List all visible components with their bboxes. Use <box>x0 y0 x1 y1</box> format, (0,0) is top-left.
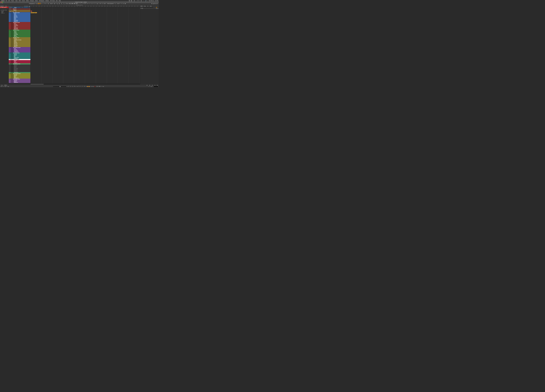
quantize-toggle[interactable]: ⊞ Use Quantize▼ <box>107 3 115 4</box>
solo-button[interactable] <box>12 29 12 29</box>
stop-button[interactable]: ⏹ <box>92 86 93 87</box>
record-enable-button[interactable] <box>13 14 13 15</box>
solo-button[interactable] <box>12 54 12 54</box>
aq-label[interactable]: AQ <box>8 86 9 87</box>
zone-bottom-button[interactable]: ⬓ <box>153 3 154 4</box>
track-row[interactable]: Bass <box>9 76 31 78</box>
record-enable-button[interactable] <box>13 68 13 69</box>
track-row[interactable]: CHOIR FX <box>9 58 31 59</box>
bluetooth-icon[interactable]: ᛒ <box>139 0 140 1</box>
track-row[interactable]: Flutes <box>9 13 31 14</box>
solo-button[interactable] <box>12 75 12 76</box>
mute-button[interactable] <box>11 55 12 55</box>
solo-button[interactable] <box>12 40 12 40</box>
primary-position[interactable]: 5. 1. 1. 0 <box>59 3 67 4</box>
track-row[interactable]: Massive X <box>9 65 31 66</box>
solo-button[interactable] <box>12 70 12 71</box>
record-enable-button[interactable] <box>13 29 13 29</box>
snap-type-button[interactable]: ◫ <box>102 3 103 4</box>
menu-time[interactable]: 7:34 PM <box>155 0 158 1</box>
quantize-settings-button[interactable]: ▦ <box>125 3 126 4</box>
active-button[interactable]: ● <box>38 3 39 4</box>
track-row[interactable]: Saxes <box>9 18 31 19</box>
marker-track[interactable]: Markers Locate Cycle Zoom <box>9 10 31 12</box>
track-settings-button[interactable]: ▦ <box>29 6 30 7</box>
solo-button[interactable] <box>12 71 12 72</box>
record-enable-button[interactable] <box>13 26 13 27</box>
search-icon[interactable]: ⌕ <box>147 0 148 1</box>
track-row[interactable]: PADS FX <box>9 62 31 63</box>
folder-toggle-icon[interactable]: ▸ <box>9 22 10 23</box>
tree-parent[interactable]: ▸ 07 PADS STACK <box>0 10 8 11</box>
folder-toggle-icon[interactable]: ▸ <box>9 59 10 60</box>
record-enable-button[interactable] <box>13 65 13 65</box>
solo-button[interactable] <box>12 38 12 39</box>
arrange-grid[interactable]: 4/4 2: Count In 3: Start <box>31 7 140 84</box>
track-row[interactable]: GUITARS FX <box>9 78 31 79</box>
mute-button[interactable] <box>11 70 12 71</box>
cr-tab[interactable]: CR <box>147 6 149 7</box>
solo-button[interactable] <box>12 62 12 63</box>
solo-button[interactable] <box>12 61 12 62</box>
solo-button[interactable] <box>12 48 12 49</box>
record-enable-button[interactable] <box>13 34 13 35</box>
record-enable-button[interactable] <box>13 78 13 78</box>
wifi-icon[interactable]: ⋮⋮ <box>142 0 144 1</box>
record-enable-button[interactable] <box>13 24 13 25</box>
rack-find-button[interactable] <box>142 7 143 8</box>
record-enable-button[interactable] <box>13 71 13 72</box>
record-enable-button[interactable] <box>13 28 13 28</box>
transport-power-button[interactable]: ⏻ <box>1 86 2 87</box>
inspector-mute-button[interactable] <box>0 8 1 9</box>
transport-dropdown[interactable]: ▼ <box>4 86 5 87</box>
solo-button[interactable] <box>12 52 12 52</box>
track-row[interactable]: Natural <box>9 60 31 61</box>
slider-thumb[interactable] <box>60 86 61 87</box>
menu-help[interactable]: Help <box>59 0 61 1</box>
iq-button[interactable]: % <box>121 3 122 4</box>
menu-project[interactable]: Project <box>11 0 14 1</box>
record-enable-button[interactable] <box>13 44 13 45</box>
erase-tool[interactable]: ⌫ <box>84 3 86 4</box>
track-row[interactable]: SYNTHS FX <box>9 72 31 73</box>
zoom-tool[interactable]: ⌕ <box>90 3 91 4</box>
track-row[interactable]: DRUMS FX <box>9 82 31 83</box>
mute-button[interactable] <box>11 65 12 65</box>
marker-event[interactable]: 2: Count In <box>31 12 34 13</box>
record-enable-button[interactable] <box>13 43 13 43</box>
track-rack-label[interactable]: ▸ Track <box>141 8 143 9</box>
record-enable-button[interactable] <box>13 69 13 70</box>
inspector-track-name[interactable]: 07 PADS STACK e <box>0 7 9 8</box>
solo-button[interactable] <box>12 41 12 41</box>
mute-button[interactable] <box>11 44 12 45</box>
mute-button[interactable] <box>11 62 12 63</box>
mute-button[interactable] <box>11 33 12 34</box>
warp-tool[interactable]: 〰 <box>93 3 94 4</box>
folder-track[interactable]: ▸08 SYNTHS STACK <box>9 63 31 65</box>
locate-button[interactable]: ▸ <box>75 86 76 87</box>
tree-child[interactable]: Synth <box>0 12 8 13</box>
record-enable-button[interactable] <box>12 37 13 38</box>
record-enable-button[interactable] <box>12 30 13 30</box>
media-tab[interactable]: Media <box>143 6 147 7</box>
menu-extra-icon[interactable]: ⊞ <box>134 0 135 1</box>
constrain-button[interactable]: ▦ <box>36 3 37 4</box>
marker-cycle-button[interactable]: Cycle <box>12 11 14 12</box>
track-row[interactable]: KEYS FX <box>9 36 31 37</box>
track-control[interactable] <box>11 7 12 8</box>
solo-button[interactable] <box>12 21 12 22</box>
mute-button[interactable] <box>11 67 12 67</box>
setup-layout-button[interactable]: ⚙ <box>157 3 158 4</box>
solo-button[interactable] <box>12 43 12 43</box>
marker-button[interactable]: ▿ <box>152 86 153 87</box>
jog-slider[interactable] <box>53 86 66 87</box>
solo-button[interactable] <box>12 32 12 33</box>
solo-button[interactable] <box>12 26 12 27</box>
track-control[interactable] <box>9 7 11 8</box>
zone-right-button[interactable]: ◨ <box>154 3 155 4</box>
track-row[interactable]: Scraped <box>9 42 31 43</box>
mute-button[interactable] <box>11 81 12 82</box>
solo-button[interactable] <box>12 50 12 51</box>
solo-button[interactable] <box>11 53 12 53</box>
color-dropdown[interactable]: ▼ <box>56 3 57 4</box>
